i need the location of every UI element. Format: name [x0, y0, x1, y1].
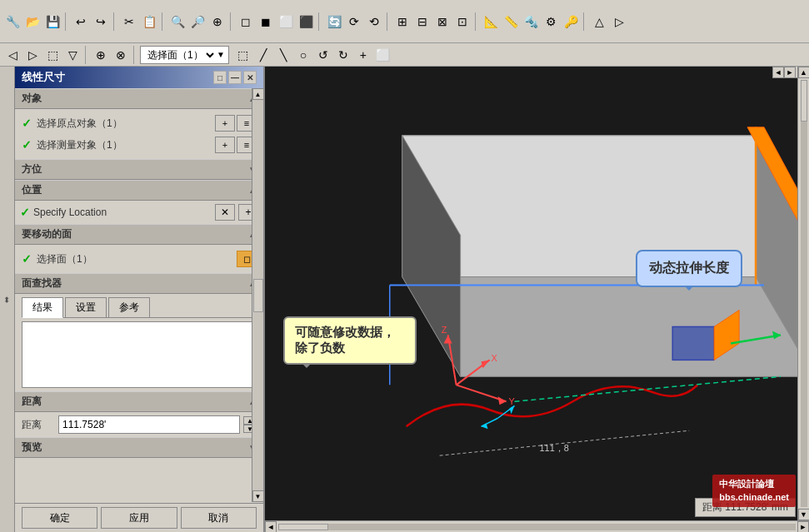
origin-object-row: ✓ 选择原点对象（1） + ≡ [22, 112, 257, 134]
toolbar2-icon-6[interactable]: ⊗ [112, 46, 130, 64]
toolbar2-icon-1[interactable]: ◁ [3, 46, 22, 64]
toolbar-icon-1[interactable]: 🔧 [3, 12, 22, 31]
section-position-header[interactable]: 位置 ▲ [15, 180, 263, 201]
left-panel: 线性尺寸 □ — ✕ 对象 ▲ ✓ 选择原点对象（1） + ≡ ✓ [15, 67, 265, 532]
panel-close-btn[interactable]: ✕ [243, 71, 257, 84]
measure-add-btn[interactable]: + [215, 137, 235, 153]
toolbar-icon-8[interactable]: 🔍 [168, 12, 187, 31]
hscroll-thumb[interactable] [278, 524, 328, 530]
toolbar-icon-10[interactable]: ⊕ [208, 12, 227, 31]
tab-settings[interactable]: 设置 [65, 297, 107, 317]
apply-button[interactable]: 应用 [101, 507, 177, 529]
toolbar-icon-22[interactable]: 📐 [482, 12, 500, 31]
hscroll-right-btn[interactable]: ► [797, 521, 809, 533]
vscroll-up-btn[interactable]: ▲ [798, 67, 810, 78]
section-preview-header[interactable]: 预览 ▼ [15, 437, 263, 458]
toolbar-icon-16[interactable]: ⟳ [345, 12, 363, 31]
toolbar-icon-25[interactable]: ⚙ [542, 12, 560, 31]
viewport-hscroll: ◄ ► [265, 520, 809, 532]
toolbar-icon-14[interactable]: ⬛ [297, 12, 315, 31]
toolbar-icon-13[interactable]: ⬜ [277, 12, 295, 31]
toolbar-icon-20[interactable]: ⊠ [433, 12, 452, 31]
toolbar2-icon-13[interactable]: + [354, 46, 372, 64]
toolbar-icon-17[interactable]: ⟲ [365, 12, 383, 31]
toolbar2-icon-7[interactable]: ⬚ [234, 46, 252, 64]
toolbar2-icon-10[interactable]: ○ [294, 46, 312, 64]
section-finder-header[interactable]: 面查找器 ▲ [15, 273, 263, 294]
face-select-container[interactable]: 选择面（1） ▼ [140, 46, 229, 64]
toolbar-icon-11[interactable]: ◻ [237, 12, 255, 31]
face-finder-content: 结果 设置 参考 [15, 294, 263, 391]
action-buttons: 确定 应用 取消 [15, 503, 263, 532]
toolbar-icon-12[interactable]: ◼ [257, 12, 275, 31]
toolbar2-icon-5[interactable]: ⊕ [92, 46, 110, 64]
select-face-label: 选择面（1） [37, 252, 232, 266]
scroll-thumb[interactable] [253, 279, 263, 312]
toolbar-icon-15[interactable]: 🔄 [325, 12, 343, 31]
toolbar-icon-2[interactable]: 📂 [23, 12, 42, 31]
3d-scene: Z Y X 111，8 [265, 67, 797, 520]
toolbar-icon-24[interactable]: 🔩 [522, 12, 540, 31]
left-strip: ⬌ [0, 67, 15, 532]
right-viewport: ◄ ► [265, 67, 809, 532]
toolbar2-icon-3[interactable]: ⬚ [43, 46, 62, 64]
panel-scrollbar: ▲ ▼ [252, 88, 263, 502]
specify-check-icon: ✓ [20, 206, 30, 219]
origin-add-btn[interactable]: + [215, 115, 235, 132]
toolbar2-icon-12[interactable]: ↻ [334, 46, 352, 64]
confirm-button[interactable]: 确定 [22, 507, 97, 529]
toolbar2-icon-2[interactable]: ▷ [23, 46, 42, 64]
viewport-vscroll: ▲ ▼ [797, 67, 809, 520]
section-distance-header[interactable]: 距离 ▲ [15, 391, 263, 412]
sep-t2-2 [133, 46, 137, 64]
vscroll-thumb[interactable] [801, 80, 807, 122]
distance-input[interactable] [58, 415, 240, 434]
toolbar2-icon-11[interactable]: ↺ [314, 46, 332, 64]
section-object-content: ✓ 选择原点对象（1） + ≡ ✓ 选择测量对象（1） + ≡ [15, 109, 263, 159]
section-object-title: 对象 [22, 92, 42, 106]
specify-x-btn[interactable]: ✕ [215, 204, 235, 221]
toolbar-icon-4[interactable]: ↩ [72, 12, 90, 31]
panel-restore-btn[interactable]: □ [213, 71, 227, 84]
toolbar-icon-9[interactable]: 🔎 [188, 12, 207, 31]
svg-text:Y: Y [509, 396, 516, 406]
hscroll-left-btn[interactable]: ◄ [265, 521, 277, 533]
section-direction-header[interactable]: 方位 ▼ [15, 159, 263, 180]
toolbar2-icon-4[interactable]: ▽ [63, 46, 82, 64]
toolbar2-icon-9[interactable]: ╲ [274, 46, 292, 64]
section-face-header[interactable]: 要移动的面 ▲ [15, 224, 263, 245]
toolbar-icon-28[interactable]: ▷ [610, 12, 628, 31]
toolbar-icon-7[interactable]: 📋 [140, 12, 158, 31]
toolbar-icon-23[interactable]: 📏 [502, 12, 520, 31]
tab-reference[interactable]: 参考 [108, 297, 150, 317]
scene-svg: Z Y X 111，8 [265, 67, 797, 520]
toolbar-icon-6[interactable]: ✂ [120, 12, 138, 31]
toolbar-icon-21[interactable]: ⊡ [453, 12, 472, 31]
toolbar-icon-3[interactable]: 💾 [43, 12, 62, 31]
sep-3 [162, 12, 165, 31]
panel-minimize-btn[interactable]: — [228, 71, 242, 84]
section-face-content: ✓ 选择面（1） ◻ [15, 245, 263, 273]
cancel-button[interactable]: 取消 [181, 507, 257, 529]
scroll-up-btn[interactable]: ▲ [252, 88, 264, 100]
scroll-down-btn[interactable]: ▼ [252, 490, 264, 502]
tab-results[interactable]: 结果 [22, 297, 63, 318]
viewport-left-arrow[interactable]: ◄ [772, 67, 784, 78]
toolbar-icon-26[interactable]: 🔑 [562, 12, 580, 31]
right-tooltip-text: 动态拉伸长度 [649, 261, 729, 275]
viewport-right-arrow[interactable]: ► [784, 67, 796, 78]
toolbar-icon-19[interactable]: ⊟ [413, 12, 432, 31]
toolbar-icon-18[interactable]: ⊞ [393, 12, 412, 31]
toolbar2-icon-8[interactable]: ╱ [254, 46, 272, 64]
toolbar-icon-5[interactable]: ↪ [92, 12, 110, 31]
section-preview-title: 预览 [22, 440, 42, 455]
face-finder-tabs: 结果 设置 参考 [22, 297, 257, 318]
section-object-header[interactable]: 对象 ▲ [15, 88, 263, 109]
toolbar-icon-27[interactable]: △ [590, 12, 608, 31]
toolbar2-icon-14[interactable]: ⬜ [374, 46, 392, 64]
side-handle[interactable]: ⬌ [2, 296, 12, 303]
vscroll-down-btn[interactable]: ▼ [798, 509, 810, 520]
svg-text:111，8: 111，8 [539, 443, 568, 453]
hscroll-track [278, 524, 796, 530]
face-select-dropdown[interactable]: 选择面（1） [144, 48, 217, 62]
